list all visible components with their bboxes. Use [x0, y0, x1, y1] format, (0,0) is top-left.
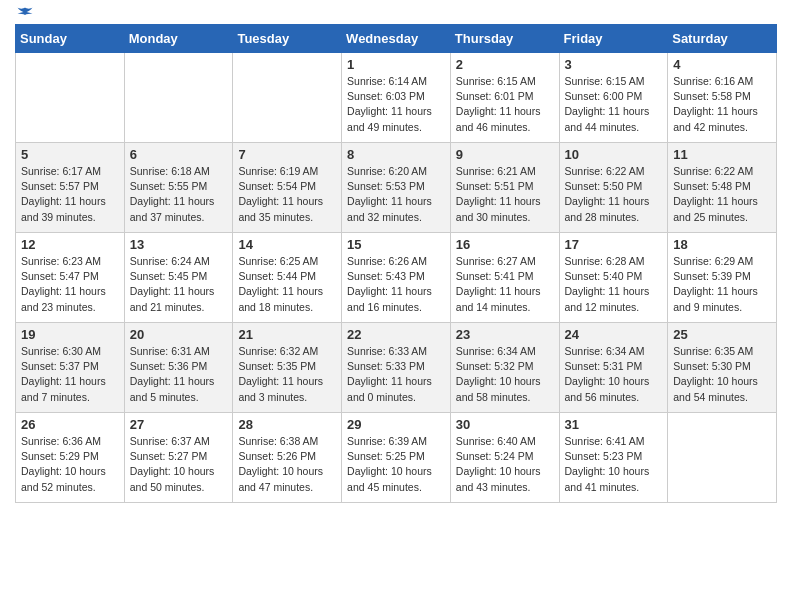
- calendar-cell: 31Sunrise: 6:41 AM Sunset: 5:23 PM Dayli…: [559, 413, 668, 503]
- calendar-week-row: 5Sunrise: 6:17 AM Sunset: 5:57 PM Daylig…: [16, 143, 777, 233]
- calendar-cell: 16Sunrise: 6:27 AM Sunset: 5:41 PM Dayli…: [450, 233, 559, 323]
- calendar-cell: 21Sunrise: 6:32 AM Sunset: 5:35 PM Dayli…: [233, 323, 342, 413]
- calendar-cell: 5Sunrise: 6:17 AM Sunset: 5:57 PM Daylig…: [16, 143, 125, 233]
- calendar-week-row: 1Sunrise: 6:14 AM Sunset: 6:03 PM Daylig…: [16, 53, 777, 143]
- day-info: Sunrise: 6:14 AM Sunset: 6:03 PM Dayligh…: [347, 74, 445, 135]
- calendar-cell: 30Sunrise: 6:40 AM Sunset: 5:24 PM Dayli…: [450, 413, 559, 503]
- calendar-cell: 24Sunrise: 6:34 AM Sunset: 5:31 PM Dayli…: [559, 323, 668, 413]
- calendar-cell: 19Sunrise: 6:30 AM Sunset: 5:37 PM Dayli…: [16, 323, 125, 413]
- header: [15, 10, 777, 20]
- day-number: 3: [565, 57, 663, 72]
- day-number: 17: [565, 237, 663, 252]
- day-info: Sunrise: 6:34 AM Sunset: 5:32 PM Dayligh…: [456, 344, 554, 405]
- calendar-header-thursday: Thursday: [450, 25, 559, 53]
- calendar-header-saturday: Saturday: [668, 25, 777, 53]
- day-info: Sunrise: 6:36 AM Sunset: 5:29 PM Dayligh…: [21, 434, 119, 495]
- logo: [15, 10, 34, 20]
- day-info: Sunrise: 6:40 AM Sunset: 5:24 PM Dayligh…: [456, 434, 554, 495]
- day-number: 27: [130, 417, 228, 432]
- logo-bird-icon: [16, 6, 34, 24]
- day-number: 16: [456, 237, 554, 252]
- day-info: Sunrise: 6:32 AM Sunset: 5:35 PM Dayligh…: [238, 344, 336, 405]
- calendar-header-friday: Friday: [559, 25, 668, 53]
- calendar-week-row: 19Sunrise: 6:30 AM Sunset: 5:37 PM Dayli…: [16, 323, 777, 413]
- day-info: Sunrise: 6:41 AM Sunset: 5:23 PM Dayligh…: [565, 434, 663, 495]
- calendar-cell: 14Sunrise: 6:25 AM Sunset: 5:44 PM Dayli…: [233, 233, 342, 323]
- day-info: Sunrise: 6:28 AM Sunset: 5:40 PM Dayligh…: [565, 254, 663, 315]
- calendar-cell: 2Sunrise: 6:15 AM Sunset: 6:01 PM Daylig…: [450, 53, 559, 143]
- day-number: 13: [130, 237, 228, 252]
- day-info: Sunrise: 6:30 AM Sunset: 5:37 PM Dayligh…: [21, 344, 119, 405]
- calendar-header-row: SundayMondayTuesdayWednesdayThursdayFrid…: [16, 25, 777, 53]
- day-number: 29: [347, 417, 445, 432]
- calendar-cell: 15Sunrise: 6:26 AM Sunset: 5:43 PM Dayli…: [342, 233, 451, 323]
- day-number: 20: [130, 327, 228, 342]
- calendar-cell: 9Sunrise: 6:21 AM Sunset: 5:51 PM Daylig…: [450, 143, 559, 233]
- calendar-cell: 4Sunrise: 6:16 AM Sunset: 5:58 PM Daylig…: [668, 53, 777, 143]
- day-info: Sunrise: 6:29 AM Sunset: 5:39 PM Dayligh…: [673, 254, 771, 315]
- calendar-cell: 1Sunrise: 6:14 AM Sunset: 6:03 PM Daylig…: [342, 53, 451, 143]
- day-info: Sunrise: 6:15 AM Sunset: 6:01 PM Dayligh…: [456, 74, 554, 135]
- day-number: 7: [238, 147, 336, 162]
- calendar-cell: 22Sunrise: 6:33 AM Sunset: 5:33 PM Dayli…: [342, 323, 451, 413]
- day-number: 26: [21, 417, 119, 432]
- day-info: Sunrise: 6:19 AM Sunset: 5:54 PM Dayligh…: [238, 164, 336, 225]
- day-info: Sunrise: 6:33 AM Sunset: 5:33 PM Dayligh…: [347, 344, 445, 405]
- day-number: 9: [456, 147, 554, 162]
- calendar-cell: [124, 53, 233, 143]
- day-info: Sunrise: 6:20 AM Sunset: 5:53 PM Dayligh…: [347, 164, 445, 225]
- calendar-cell: 25Sunrise: 6:35 AM Sunset: 5:30 PM Dayli…: [668, 323, 777, 413]
- day-info: Sunrise: 6:34 AM Sunset: 5:31 PM Dayligh…: [565, 344, 663, 405]
- day-info: Sunrise: 6:18 AM Sunset: 5:55 PM Dayligh…: [130, 164, 228, 225]
- day-number: 30: [456, 417, 554, 432]
- day-info: Sunrise: 6:27 AM Sunset: 5:41 PM Dayligh…: [456, 254, 554, 315]
- day-number: 31: [565, 417, 663, 432]
- day-info: Sunrise: 6:16 AM Sunset: 5:58 PM Dayligh…: [673, 74, 771, 135]
- day-number: 10: [565, 147, 663, 162]
- day-info: Sunrise: 6:21 AM Sunset: 5:51 PM Dayligh…: [456, 164, 554, 225]
- calendar-cell: 7Sunrise: 6:19 AM Sunset: 5:54 PM Daylig…: [233, 143, 342, 233]
- day-info: Sunrise: 6:38 AM Sunset: 5:26 PM Dayligh…: [238, 434, 336, 495]
- day-number: 28: [238, 417, 336, 432]
- calendar-cell: 27Sunrise: 6:37 AM Sunset: 5:27 PM Dayli…: [124, 413, 233, 503]
- day-info: Sunrise: 6:23 AM Sunset: 5:47 PM Dayligh…: [21, 254, 119, 315]
- calendar-header-sunday: Sunday: [16, 25, 125, 53]
- day-number: 25: [673, 327, 771, 342]
- day-number: 18: [673, 237, 771, 252]
- page-container: SundayMondayTuesdayWednesdayThursdayFrid…: [0, 0, 792, 513]
- calendar-header-tuesday: Tuesday: [233, 25, 342, 53]
- day-number: 22: [347, 327, 445, 342]
- day-number: 8: [347, 147, 445, 162]
- calendar-cell: 17Sunrise: 6:28 AM Sunset: 5:40 PM Dayli…: [559, 233, 668, 323]
- day-info: Sunrise: 6:31 AM Sunset: 5:36 PM Dayligh…: [130, 344, 228, 405]
- day-info: Sunrise: 6:22 AM Sunset: 5:50 PM Dayligh…: [565, 164, 663, 225]
- day-number: 12: [21, 237, 119, 252]
- day-number: 11: [673, 147, 771, 162]
- calendar-cell: 28Sunrise: 6:38 AM Sunset: 5:26 PM Dayli…: [233, 413, 342, 503]
- calendar-cell: 11Sunrise: 6:22 AM Sunset: 5:48 PM Dayli…: [668, 143, 777, 233]
- day-info: Sunrise: 6:24 AM Sunset: 5:45 PM Dayligh…: [130, 254, 228, 315]
- day-number: 15: [347, 237, 445, 252]
- calendar-cell: 3Sunrise: 6:15 AM Sunset: 6:00 PM Daylig…: [559, 53, 668, 143]
- day-info: Sunrise: 6:26 AM Sunset: 5:43 PM Dayligh…: [347, 254, 445, 315]
- day-number: 5: [21, 147, 119, 162]
- calendar-cell: 13Sunrise: 6:24 AM Sunset: 5:45 PM Dayli…: [124, 233, 233, 323]
- day-number: 14: [238, 237, 336, 252]
- calendar-cell: 26Sunrise: 6:36 AM Sunset: 5:29 PM Dayli…: [16, 413, 125, 503]
- day-number: 1: [347, 57, 445, 72]
- day-info: Sunrise: 6:35 AM Sunset: 5:30 PM Dayligh…: [673, 344, 771, 405]
- calendar-cell: 29Sunrise: 6:39 AM Sunset: 5:25 PM Dayli…: [342, 413, 451, 503]
- day-number: 21: [238, 327, 336, 342]
- day-number: 19: [21, 327, 119, 342]
- calendar-cell: 8Sunrise: 6:20 AM Sunset: 5:53 PM Daylig…: [342, 143, 451, 233]
- calendar-cell: 20Sunrise: 6:31 AM Sunset: 5:36 PM Dayli…: [124, 323, 233, 413]
- day-info: Sunrise: 6:37 AM Sunset: 5:27 PM Dayligh…: [130, 434, 228, 495]
- day-number: 2: [456, 57, 554, 72]
- calendar-cell: 10Sunrise: 6:22 AM Sunset: 5:50 PM Dayli…: [559, 143, 668, 233]
- calendar-cell: 6Sunrise: 6:18 AM Sunset: 5:55 PM Daylig…: [124, 143, 233, 233]
- calendar-header-wednesday: Wednesday: [342, 25, 451, 53]
- day-info: Sunrise: 6:15 AM Sunset: 6:00 PM Dayligh…: [565, 74, 663, 135]
- day-number: 24: [565, 327, 663, 342]
- day-info: Sunrise: 6:39 AM Sunset: 5:25 PM Dayligh…: [347, 434, 445, 495]
- calendar-week-row: 26Sunrise: 6:36 AM Sunset: 5:29 PM Dayli…: [16, 413, 777, 503]
